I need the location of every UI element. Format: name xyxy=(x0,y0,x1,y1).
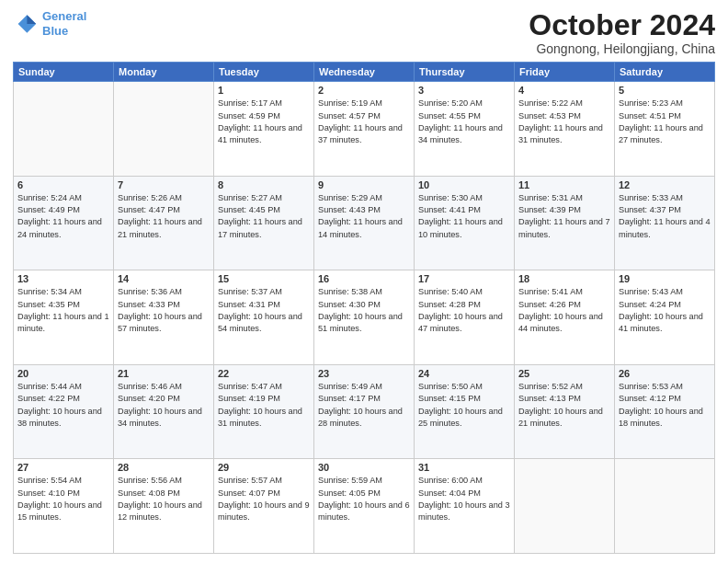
sunset-text: Sunset: 4:19 PM xyxy=(218,394,280,403)
day-info: Sunrise: 5:36 AMSunset: 4:33 PMDaylight:… xyxy=(118,286,210,335)
daylight-text: Daylight: 11 hours and 41 minutes. xyxy=(218,123,302,144)
sunset-text: Sunset: 4:17 PM xyxy=(318,394,381,403)
day-number: 29 xyxy=(218,462,310,473)
sunrise-text: Sunrise: 5:56 AM xyxy=(118,476,182,485)
table-row: 30Sunrise: 5:59 AMSunset: 4:05 PMDayligh… xyxy=(314,459,415,554)
sunset-text: Sunset: 4:35 PM xyxy=(17,300,80,309)
day-info: Sunrise: 5:47 AMSunset: 4:19 PMDaylight:… xyxy=(218,381,310,430)
daylight-text: Daylight: 11 hours and 1 minute. xyxy=(17,312,109,333)
sunrise-text: Sunrise: 5:30 AM xyxy=(418,193,483,202)
day-number: 18 xyxy=(518,273,610,284)
day-number: 16 xyxy=(318,273,410,284)
table-row: 10Sunrise: 5:30 AMSunset: 4:41 PMDayligh… xyxy=(415,176,515,270)
day-number: 1 xyxy=(218,85,310,96)
sunset-text: Sunset: 4:59 PM xyxy=(218,111,280,121)
daylight-text: Daylight: 10 hours and 44 minutes. xyxy=(518,312,603,333)
calendar-header-row: Sunday Monday Tuesday Wednesday Thursday… xyxy=(14,63,715,82)
sunrise-text: Sunrise: 5:53 AM xyxy=(619,382,683,391)
calendar-week-row: 6Sunrise: 5:24 AMSunset: 4:49 PMDaylight… xyxy=(14,176,715,270)
daylight-text: Daylight: 10 hours and 47 minutes. xyxy=(418,312,503,333)
sunset-text: Sunset: 4:53 PM xyxy=(518,111,581,121)
day-number: 21 xyxy=(118,368,210,379)
day-info: Sunrise: 5:43 AMSunset: 4:24 PMDaylight:… xyxy=(619,286,711,335)
day-info: Sunrise: 5:34 AMSunset: 4:35 PMDaylight:… xyxy=(17,286,109,335)
sunset-text: Sunset: 4:05 PM xyxy=(318,488,381,498)
logo-blue: Blue xyxy=(42,24,68,38)
sunset-text: Sunset: 4:55 PM xyxy=(418,111,481,121)
day-info: Sunrise: 5:26 AMSunset: 4:47 PMDaylight:… xyxy=(118,192,210,241)
daylight-text: Daylight: 10 hours and 54 minutes. xyxy=(218,312,302,333)
calendar-week-row: 20Sunrise: 5:44 AMSunset: 4:22 PMDayligh… xyxy=(14,364,715,459)
table-row: 2Sunrise: 5:19 AMSunset: 4:57 PMDaylight… xyxy=(314,82,415,177)
sunrise-text: Sunrise: 5:36 AM xyxy=(118,287,182,296)
table-row: 8Sunrise: 5:27 AMSunset: 4:45 PMDaylight… xyxy=(214,176,314,270)
day-number: 9 xyxy=(318,179,410,190)
day-info: Sunrise: 5:31 AMSunset: 4:39 PMDaylight:… xyxy=(518,192,610,241)
table-row xyxy=(14,82,114,177)
sunrise-text: Sunrise: 5:31 AM xyxy=(518,193,583,202)
day-number: 5 xyxy=(619,85,711,96)
table-row: 11Sunrise: 5:31 AMSunset: 4:39 PMDayligh… xyxy=(515,176,615,270)
col-sunday: Sunday xyxy=(14,63,114,82)
daylight-text: Daylight: 10 hours and 18 minutes. xyxy=(619,407,703,428)
sunrise-text: Sunrise: 5:27 AM xyxy=(218,193,282,202)
table-row: 19Sunrise: 5:43 AMSunset: 4:24 PMDayligh… xyxy=(615,270,715,365)
sunrise-text: Sunrise: 5:44 AM xyxy=(17,382,82,391)
sunrise-text: Sunrise: 5:23 AM xyxy=(619,98,683,108)
day-number: 25 xyxy=(518,368,610,379)
sunset-text: Sunset: 4:26 PM xyxy=(518,300,581,309)
table-row: 4Sunrise: 5:22 AMSunset: 4:53 PMDaylight… xyxy=(515,82,615,177)
table-row: 1Sunrise: 5:17 AMSunset: 4:59 PMDaylight… xyxy=(214,82,314,177)
sunset-text: Sunset: 4:31 PM xyxy=(218,300,280,309)
day-info: Sunrise: 5:52 AMSunset: 4:13 PMDaylight:… xyxy=(518,381,610,430)
daylight-text: Daylight: 10 hours and 38 minutes. xyxy=(17,407,102,428)
sunrise-text: Sunrise: 5:22 AM xyxy=(518,98,583,108)
sunset-text: Sunset: 4:43 PM xyxy=(318,205,381,214)
day-info: Sunrise: 5:20 AMSunset: 4:55 PMDaylight:… xyxy=(418,98,510,146)
daylight-text: Daylight: 11 hours and 10 minutes. xyxy=(418,217,503,238)
day-info: Sunrise: 5:50 AMSunset: 4:15 PMDaylight:… xyxy=(418,381,510,430)
sunrise-text: Sunrise: 5:50 AM xyxy=(418,382,483,391)
svg-marker-1 xyxy=(27,15,36,24)
day-number: 26 xyxy=(619,368,711,379)
day-number: 31 xyxy=(418,462,510,473)
logo-general: General xyxy=(42,9,86,23)
daylight-text: Daylight: 10 hours and 34 minutes. xyxy=(118,407,202,428)
sunrise-text: Sunrise: 5:43 AM xyxy=(619,287,683,296)
table-row: 23Sunrise: 5:49 AMSunset: 4:17 PMDayligh… xyxy=(314,364,415,459)
header: General Blue October 2024 Gongnong, Heil… xyxy=(13,9,715,56)
day-info: Sunrise: 5:33 AMSunset: 4:37 PMDaylight:… xyxy=(619,192,711,241)
sunset-text: Sunset: 4:28 PM xyxy=(418,300,481,309)
table-row: 16Sunrise: 5:38 AMSunset: 4:30 PMDayligh… xyxy=(314,270,415,365)
day-number: 22 xyxy=(218,368,310,379)
day-info: Sunrise: 5:40 AMSunset: 4:28 PMDaylight:… xyxy=(418,286,510,335)
sunset-text: Sunset: 4:49 PM xyxy=(17,205,80,214)
sunset-text: Sunset: 4:04 PM xyxy=(418,488,481,498)
sunset-text: Sunset: 4:20 PM xyxy=(118,394,180,403)
table-row: 18Sunrise: 5:41 AMSunset: 4:26 PMDayligh… xyxy=(515,270,615,365)
daylight-text: Daylight: 10 hours and 9 minutes. xyxy=(218,500,310,522)
sunrise-text: Sunrise: 5:46 AM xyxy=(118,382,182,391)
sunset-text: Sunset: 4:33 PM xyxy=(118,300,180,309)
day-number: 30 xyxy=(318,462,410,473)
table-row: 15Sunrise: 5:37 AMSunset: 4:31 PMDayligh… xyxy=(214,270,314,365)
day-number: 27 xyxy=(17,462,109,473)
col-thursday: Thursday xyxy=(415,63,515,82)
table-row: 5Sunrise: 5:23 AMSunset: 4:51 PMDaylight… xyxy=(615,82,715,177)
daylight-text: Daylight: 10 hours and 21 minutes. xyxy=(518,407,603,428)
daylight-text: Daylight: 10 hours and 28 minutes. xyxy=(318,407,403,428)
sunrise-text: Sunrise: 5:38 AM xyxy=(318,287,382,296)
sunrise-text: Sunrise: 5:52 AM xyxy=(518,382,583,391)
calendar-week-row: 27Sunrise: 5:54 AMSunset: 4:10 PMDayligh… xyxy=(14,459,715,554)
day-info: Sunrise: 5:44 AMSunset: 4:22 PMDaylight:… xyxy=(17,381,109,430)
calendar-subtitle: Gongnong, Heilongjiang, China xyxy=(529,41,715,56)
table-row: 22Sunrise: 5:47 AMSunset: 4:19 PMDayligh… xyxy=(214,364,314,459)
day-info: Sunrise: 5:37 AMSunset: 4:31 PMDaylight:… xyxy=(218,286,310,335)
day-number: 14 xyxy=(118,273,210,284)
table-row: 9Sunrise: 5:29 AMSunset: 4:43 PMDaylight… xyxy=(314,176,415,270)
day-info: Sunrise: 5:17 AMSunset: 4:59 PMDaylight:… xyxy=(218,98,310,146)
table-row: 6Sunrise: 5:24 AMSunset: 4:49 PMDaylight… xyxy=(14,176,114,270)
sunrise-text: Sunrise: 5:54 AM xyxy=(17,476,82,485)
sunset-text: Sunset: 4:13 PM xyxy=(518,394,581,403)
sunrise-text: Sunrise: 5:20 AM xyxy=(418,98,483,108)
